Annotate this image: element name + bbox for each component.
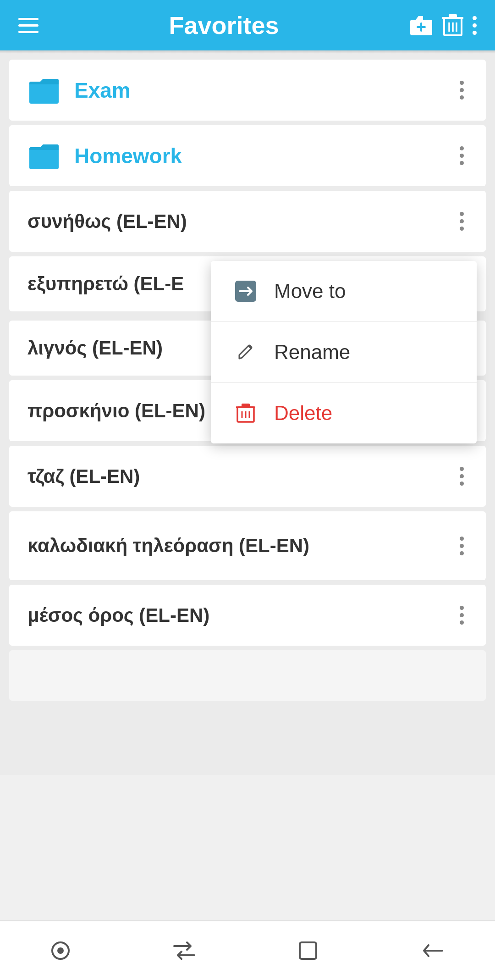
rename-label: Rename <box>274 341 350 364</box>
delete-button[interactable] <box>442 13 463 37</box>
list-item[interactable]: Exam <box>9 60 486 121</box>
menu-icon[interactable] <box>18 18 38 33</box>
list-item[interactable]: καλωδιακή τηλεόραση (EL-EN) <box>9 511 486 580</box>
word-label: λιγνός (EL-EN) <box>28 337 163 359</box>
folder-icon <box>28 143 60 169</box>
word-label: συνήθως (EL-EN) <box>28 210 187 233</box>
list-item[interactable] <box>9 650 486 701</box>
word-label: προσκήνιο (EL-EN) <box>28 400 205 422</box>
list-item[interactable]: συνήθως (EL-EN) <box>9 191 486 252</box>
svg-point-18 <box>57 947 64 954</box>
header-shadow <box>0 50 495 54</box>
nav-back-button[interactable] <box>411 931 453 970</box>
nav-home-button[interactable] <box>42 932 79 969</box>
delete-label: Delete <box>274 402 332 425</box>
move-to-label: Move to <box>274 280 346 303</box>
app-header: Favorites <box>0 0 495 50</box>
nav-transfer-button[interactable] <box>163 931 205 970</box>
word-label: εξυπηρετώ (EL-E <box>28 273 184 295</box>
add-folder-button[interactable] <box>409 13 433 37</box>
svg-rect-13 <box>242 404 250 407</box>
svg-rect-19 <box>300 942 316 959</box>
item-more-button[interactable] <box>456 462 468 490</box>
context-menu-delete[interactable]: Delete <box>211 383 477 443</box>
word-label: καλωδιακή τηλεόραση (EL-EN) <box>28 533 309 559</box>
item-more-button[interactable] <box>456 207 468 235</box>
list-item-with-menu: εξυπηρετώ (EL-E Move to <box>9 256 486 311</box>
word-label: τζαζ (EL-EN) <box>28 465 140 487</box>
item-more-button[interactable] <box>456 142 468 170</box>
header-more-button[interactable] <box>473 16 477 35</box>
list-item[interactable]: τζαζ (EL-EN) <box>9 446 486 507</box>
list-item[interactable]: μέσος όρος (EL-EN) <box>9 585 486 646</box>
item-more-button[interactable] <box>456 532 468 560</box>
bottom-nav <box>0 920 495 980</box>
list-item[interactable]: Homework <box>9 125 486 186</box>
delete-icon <box>234 401 258 425</box>
svg-rect-5 <box>449 14 457 18</box>
rename-icon <box>234 340 258 364</box>
context-menu-rename[interactable]: Rename <box>211 322 477 383</box>
folder-icon <box>28 77 60 104</box>
item-more-button[interactable] <box>456 76 468 104</box>
nav-window-button[interactable] <box>289 931 327 970</box>
folder-label: Homework <box>74 144 182 168</box>
item-more-button[interactable] <box>456 601 468 629</box>
page-title: Favorites <box>48 11 400 39</box>
context-menu-move[interactable]: Move to <box>211 261 477 322</box>
favorites-list: Exam Homework συνήθως (EL-EN) εξυπηρετώ … <box>0 54 495 775</box>
move-to-icon <box>234 279 258 303</box>
context-menu: Move to Rename <box>211 261 477 443</box>
word-label: μέσος όρος (EL-EN) <box>28 604 209 626</box>
folder-label: Exam <box>74 78 131 103</box>
